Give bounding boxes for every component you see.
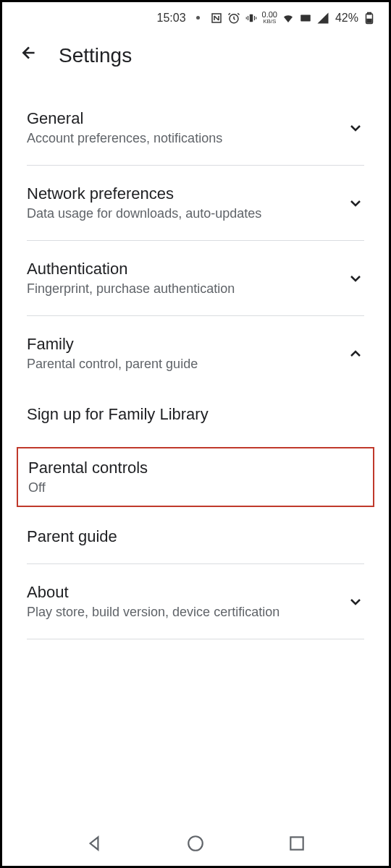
setting-family[interactable]: Family Parental control, parent guide: [27, 316, 364, 391]
chevron-down-icon: [347, 593, 364, 610]
family-signup-library[interactable]: Sign up for Family Library: [27, 391, 364, 441]
svg-point-7: [188, 836, 203, 851]
battery-icon: [363, 12, 376, 25]
chevron-down-icon: [347, 119, 364, 137]
status-time: 15:03: [157, 12, 186, 25]
settings-list: General Account preferences, notificatio…: [2, 90, 389, 639]
page-title: Settings: [59, 44, 132, 67]
parent-guide-label: Parent guide: [27, 527, 364, 546]
divider: [27, 639, 364, 639]
setting-network[interactable]: Network preferences Data usage for downl…: [27, 166, 364, 240]
app-header: Settings: [2, 30, 389, 90]
setting-auth-subtitle: Fingerprint, purchase authentication: [27, 281, 338, 297]
status-separator-dot: [196, 16, 200, 20]
vibrate-icon: [245, 12, 258, 25]
family-signup-label: Sign up for Family Library: [27, 405, 364, 424]
back-arrow-icon[interactable]: [20, 43, 38, 67]
svg-rect-2: [249, 14, 253, 22]
setting-about-title: About: [27, 583, 338, 602]
network-speed: 0.00 KB/S: [262, 11, 277, 25]
battery-percent: 42%: [335, 12, 358, 25]
setting-family-subtitle: Parental control, parent guide: [27, 357, 338, 372]
nav-recent-icon[interactable]: [287, 834, 306, 853]
setting-network-subtitle: Data usage for downloads, auto-updates: [27, 206, 338, 221]
family-parent-guide[interactable]: Parent guide: [27, 513, 364, 563]
setting-auth-title: Authentication: [27, 260, 338, 278]
status-bar: 15:03 0.00 KB/S 42%: [2, 2, 389, 30]
nav-home-icon[interactable]: [186, 834, 205, 853]
setting-general-title: General: [27, 109, 338, 128]
setting-authentication[interactable]: Authentication Fingerprint, purchase aut…: [27, 241, 364, 315]
chevron-down-icon: [347, 195, 364, 212]
setting-family-title: Family: [27, 335, 338, 354]
setting-network-title: Network preferences: [27, 184, 338, 203]
family-parental-controls[interactable]: Parental controls Off: [28, 459, 363, 495]
chevron-down-icon: [347, 270, 364, 287]
parental-controls-title: Parental controls: [28, 459, 363, 477]
nav-back-icon[interactable]: [85, 834, 104, 853]
wifi-icon: [282, 12, 295, 25]
parental-controls-highlight: Parental controls Off: [17, 447, 374, 507]
signal-icon: [316, 12, 329, 25]
status-icons: 0.00 KB/S 42%: [210, 11, 376, 25]
system-nav-bar: [2, 824, 389, 866]
setting-about-subtitle: Play store, build version, device certif…: [27, 605, 338, 620]
parental-controls-status: Off: [28, 480, 363, 495]
svg-rect-8: [290, 837, 303, 849]
setting-general[interactable]: General Account preferences, notificatio…: [27, 90, 364, 165]
setting-about[interactable]: About Play store, build version, device …: [27, 564, 364, 639]
svg-rect-3: [300, 14, 311, 21]
setting-general-subtitle: Account preferences, notifications: [27, 131, 338, 146]
nfc-icon: [210, 12, 223, 25]
volte-icon: [299, 12, 312, 25]
svg-rect-6: [367, 19, 371, 22]
chevron-up-icon: [347, 345, 364, 362]
alarm-icon: [227, 12, 240, 25]
